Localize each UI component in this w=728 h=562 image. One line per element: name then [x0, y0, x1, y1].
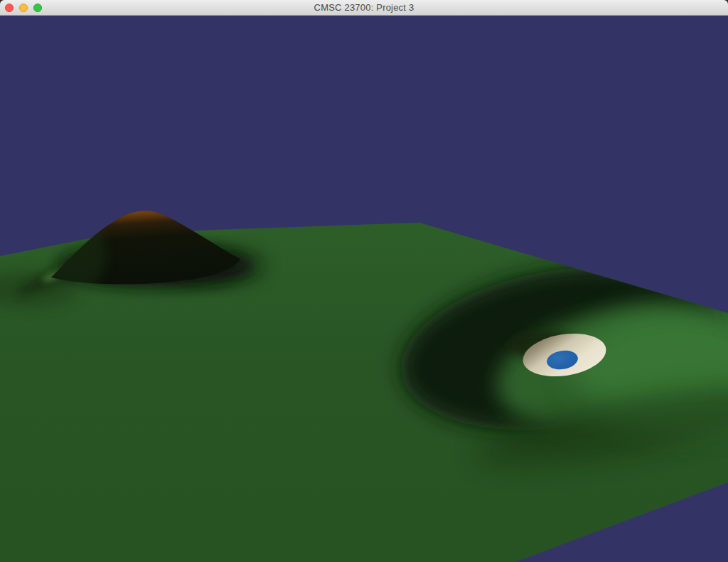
traffic-light-group	[5, 0, 42, 16]
app-window: CMSC 23700: Project 3	[0, 0, 728, 562]
close-button[interactable]	[5, 4, 14, 12]
window-title: CMSC 23700: Project 3	[314, 2, 414, 13]
zoom-button[interactable]	[33, 4, 42, 12]
render-area	[0, 16, 728, 562]
minimize-button[interactable]	[19, 4, 28, 12]
window-titlebar[interactable]: CMSC 23700: Project 3	[0, 0, 728, 16]
render-viewport[interactable]	[0, 16, 728, 562]
